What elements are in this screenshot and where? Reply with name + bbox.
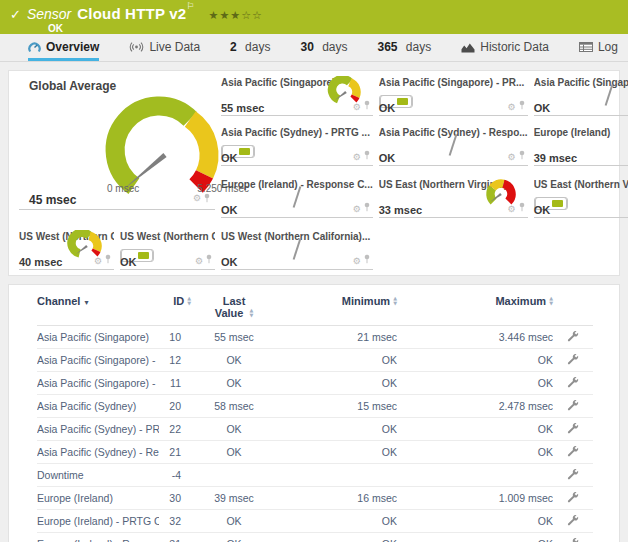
- pin-icon[interactable]: [518, 146, 526, 164]
- cell-minimum: OK: [277, 349, 397, 372]
- channel-settings-wrench-icon[interactable]: [567, 537, 579, 542]
- column-header-id[interactable]: ID▲▼: [159, 293, 191, 326]
- column-header-last-value[interactable]: LastValue ▲▼: [191, 293, 277, 326]
- cell-maximum: OK: [397, 349, 553, 372]
- tab-label-number: 30: [300, 40, 313, 54]
- table-row[interactable]: Asia Pacific (Singapore) - ...12OKOKOK: [37, 349, 593, 372]
- channel-tile-value: OK: [534, 204, 551, 216]
- tab-overview[interactable]: Overview: [28, 34, 99, 61]
- gear-icon[interactable]: ⚙: [193, 193, 201, 203]
- gear-icon[interactable]: ⚙: [508, 96, 516, 114]
- cell-channel[interactable]: Downtime: [37, 464, 159, 487]
- tab-365-days[interactable]: 365 days: [378, 34, 432, 61]
- cell-channel[interactable]: Asia Pacific (Singapore) - ...: [37, 372, 159, 395]
- cell-channel[interactable]: Asia Pacific (Singapore) - ...: [37, 349, 159, 372]
- table-row[interactable]: Europe (Ireland) - Respon...31OKOKOK: [37, 533, 593, 542]
- tab-label: days: [319, 40, 348, 54]
- gear-icon[interactable]: ⚙: [508, 198, 516, 216]
- column-header-channel[interactable]: Channel▾: [37, 293, 159, 326]
- gear-icon[interactable]: ⚙: [195, 250, 203, 268]
- global-average-footer: 45 msec ⚙: [29, 189, 211, 207]
- gear-icon[interactable]: ⚙: [353, 250, 361, 268]
- channel-tile[interactable]: US West (Northern California)40 msec⚙: [19, 229, 114, 270]
- cell-channel[interactable]: Asia Pacific (Sydney): [37, 395, 159, 418]
- channel-settings-wrench-icon[interactable]: [567, 491, 579, 503]
- pin-icon[interactable]: [363, 146, 371, 164]
- channel-settings-wrench-icon[interactable]: [567, 330, 579, 342]
- overview-content: Global Average 0 msec 5.250 msec 45 msec…: [0, 70, 628, 542]
- channel-tile[interactable]: US West (Northern California)...OK⚙: [221, 229, 373, 270]
- channel-tile[interactable]: Asia Pacific (Singapore) - Res...OK⚙: [534, 75, 628, 116]
- pin-icon[interactable]: [203, 189, 211, 207]
- channel-tile-footer: 55 msec⚙: [221, 96, 371, 114]
- channel-table-header: Channel▾ID▲▼LastValue ▲▼Minimum▲▼Maximum…: [37, 293, 593, 326]
- pin-icon[interactable]: [104, 250, 112, 268]
- cell-minimum: OK: [277, 372, 397, 395]
- gear-icon[interactable]: ⚙: [353, 96, 361, 114]
- channel-tile-value: OK: [379, 152, 396, 164]
- pin-icon[interactable]: [518, 198, 526, 216]
- channel-tile[interactable]: Asia Pacific (Singapore)55 msec⚙: [221, 75, 373, 116]
- cell-channel[interactable]: Asia Pacific (Singapore): [37, 326, 159, 349]
- pin-icon[interactable]: [363, 250, 371, 268]
- sort-desc-icon[interactable]: ▾: [84, 298, 88, 307]
- gear-icon[interactable]: ⚙: [353, 146, 361, 164]
- tab-historic-data[interactable]: Historic Data: [461, 34, 549, 61]
- channel-tile[interactable]: Asia Pacific (Sydney) - Respo...OK⚙: [379, 125, 528, 166]
- channel-settings-wrench-icon[interactable]: [567, 468, 579, 480]
- table-row[interactable]: Europe (Ireland)3039 msec16 msec1.009 ms…: [37, 487, 593, 510]
- cell-maximum: OK: [397, 510, 553, 533]
- cell-channel[interactable]: Asia Pacific (Sydney) - PR...: [37, 418, 159, 441]
- priority-stars[interactable]: ★★★☆☆: [209, 9, 263, 22]
- pin-icon[interactable]: [363, 96, 371, 114]
- tab-30-days[interactable]: 30 days: [300, 34, 347, 61]
- status-check-icon: ✓: [10, 7, 21, 22]
- cell-tools: [553, 372, 593, 395]
- channel-settings-wrench-icon[interactable]: [567, 376, 579, 388]
- cell-channel[interactable]: Europe (Ireland): [37, 487, 159, 510]
- channel-tile[interactable]: US East (Northern Virginia)33 msec⚙: [379, 177, 528, 218]
- table-row[interactable]: Asia Pacific (Sydney) - Re...21OKOKOK: [37, 441, 593, 464]
- channel-settings-wrench-icon[interactable]: [567, 353, 579, 365]
- sort-icon[interactable]: ▲▼: [187, 296, 191, 305]
- table-row[interactable]: Downtime-4: [37, 464, 593, 487]
- channel-tile[interactable]: Europe (Ireland) - Response C...OK⚙: [221, 177, 373, 218]
- table-row[interactable]: Asia Pacific (Singapore)1055 msec21 msec…: [37, 326, 593, 349]
- sort-down-icon: ▼: [549, 301, 553, 306]
- sort-icon[interactable]: ▲▼: [249, 308, 253, 317]
- table-row[interactable]: Asia Pacific (Sydney) - PR...22OKOKOK: [37, 418, 593, 441]
- column-header-minimum[interactable]: Minimum▲▼: [277, 293, 397, 326]
- column-header-maximum[interactable]: Maximum▲▼: [397, 293, 553, 326]
- table-row[interactable]: Asia Pacific (Singapore) - ...11OKOKOK: [37, 372, 593, 395]
- gear-icon[interactable]: ⚙: [508, 146, 516, 164]
- gear-icon[interactable]: ⚙: [94, 250, 102, 268]
- pin-icon[interactable]: [518, 96, 526, 114]
- table-row[interactable]: Europe (Ireland) - PRTG Cl...32OKOKOK: [37, 510, 593, 533]
- table-row[interactable]: Asia Pacific (Sydney)2058 msec15 msec2.4…: [37, 395, 593, 418]
- tab-log[interactable]: Log: [579, 34, 618, 61]
- tab-2-days[interactable]: 2 days: [230, 34, 270, 61]
- channel-settings-wrench-icon[interactable]: [567, 514, 579, 526]
- sort-icon[interactable]: ▲▼: [393, 296, 397, 305]
- pin-icon[interactable]: [205, 250, 213, 268]
- sort-icon[interactable]: ▲▼: [549, 296, 553, 305]
- channel-tile[interactable]: Asia Pacific (Singapore) - PR...OK⚙: [379, 75, 528, 116]
- global-average-tile[interactable]: Global Average 0 msec 5.250 msec 45 msec…: [19, 75, 215, 210]
- channel-tile[interactable]: US West (Northern California)...OK⚙: [120, 229, 215, 270]
- channel-tile[interactable]: Europe (Ireland)39 msec⚙: [534, 125, 628, 166]
- channel-tile[interactable]: Asia Pacific (Sydney) - PRTG ...OK⚙: [221, 125, 373, 166]
- cell-channel[interactable]: Asia Pacific (Sydney) - Re...: [37, 441, 159, 464]
- gear-icon[interactable]: ⚙: [353, 198, 361, 216]
- tab-live-data[interactable]: Live Data: [129, 34, 200, 61]
- cell-last-value: OK: [191, 418, 277, 441]
- cell-channel[interactable]: Europe (Ireland) - PRTG Cl...: [37, 510, 159, 533]
- channel-settings-wrench-icon[interactable]: [567, 445, 579, 457]
- column-label: Minimum: [342, 295, 390, 307]
- cell-last-value: 58 msec: [191, 395, 277, 418]
- channel-settings-wrench-icon[interactable]: [567, 422, 579, 434]
- pin-icon[interactable]: [363, 198, 371, 216]
- flag-icon[interactable]: ⚐: [186, 1, 194, 11]
- cell-channel[interactable]: Europe (Ireland) - Respon...: [37, 533, 159, 542]
- channel-tile[interactable]: US East (Northern Virginia) - ...OK⚙: [534, 177, 628, 218]
- channel-settings-wrench-icon[interactable]: [567, 399, 579, 411]
